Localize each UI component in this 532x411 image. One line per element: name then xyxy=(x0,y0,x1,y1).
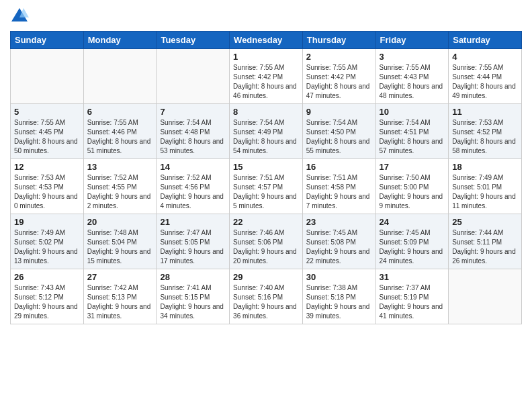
day-number: 17 xyxy=(380,162,445,172)
day-info: Sunrise: 7:52 AM Sunset: 4:56 PM Dayligh… xyxy=(160,173,226,211)
day-number: 13 xyxy=(87,162,153,172)
calendar-day-cell: 3Sunrise: 7:55 AM Sunset: 4:43 PM Daylig… xyxy=(375,49,449,104)
day-info: Sunrise: 7:44 AM Sunset: 5:11 PM Dayligh… xyxy=(452,228,518,266)
day-number: 11 xyxy=(452,107,518,117)
calendar-day-cell xyxy=(157,49,230,104)
calendar-day-cell: 13Sunrise: 7:52 AM Sunset: 4:55 PM Dayli… xyxy=(83,159,157,214)
calendar-day-cell: 8Sunrise: 7:54 AM Sunset: 4:49 PM Daylig… xyxy=(230,104,303,159)
day-number: 25 xyxy=(452,217,518,227)
day-number: 23 xyxy=(306,217,372,227)
day-number: 1 xyxy=(233,52,299,62)
calendar-day-cell: 29Sunrise: 7:40 AM Sunset: 5:16 PM Dayli… xyxy=(230,269,303,324)
calendar-day-cell: 23Sunrise: 7:45 AM Sunset: 5:08 PM Dayli… xyxy=(302,214,375,269)
calendar-header-row: SundayMondayTuesdayWednesdayThursdayFrid… xyxy=(11,32,522,49)
day-info: Sunrise: 7:48 AM Sunset: 5:04 PM Dayligh… xyxy=(87,228,153,266)
day-number: 6 xyxy=(87,107,153,117)
day-number: 21 xyxy=(160,217,226,227)
calendar-day-cell: 26Sunrise: 7:43 AM Sunset: 5:12 PM Dayli… xyxy=(11,269,84,324)
day-number: 29 xyxy=(233,272,299,282)
day-info: Sunrise: 7:54 AM Sunset: 4:50 PM Dayligh… xyxy=(306,118,372,156)
calendar-day-cell: 30Sunrise: 7:38 AM Sunset: 5:18 PM Dayli… xyxy=(302,269,375,324)
day-info: Sunrise: 7:49 AM Sunset: 5:02 PM Dayligh… xyxy=(14,228,80,266)
day-info: Sunrise: 7:45 AM Sunset: 5:09 PM Dayligh… xyxy=(380,228,445,266)
calendar-day-cell xyxy=(11,49,84,104)
calendar-day-cell: 19Sunrise: 7:49 AM Sunset: 5:02 PM Dayli… xyxy=(11,214,84,269)
day-info: Sunrise: 7:53 AM Sunset: 4:52 PM Dayligh… xyxy=(452,118,518,156)
day-number: 18 xyxy=(452,162,518,172)
calendar-week-row: 19Sunrise: 7:49 AM Sunset: 5:02 PM Dayli… xyxy=(11,214,522,269)
day-number: 15 xyxy=(233,162,299,172)
page-container: SundayMondayTuesdayWednesdayThursdayFrid… xyxy=(0,0,532,411)
calendar-day-cell: 4Sunrise: 7:55 AM Sunset: 4:44 PM Daylig… xyxy=(449,49,522,104)
day-number: 19 xyxy=(14,217,80,227)
calendar-week-row: 26Sunrise: 7:43 AM Sunset: 5:12 PM Dayli… xyxy=(11,269,522,324)
day-info: Sunrise: 7:43 AM Sunset: 5:12 PM Dayligh… xyxy=(14,283,80,321)
calendar-day-cell: 28Sunrise: 7:41 AM Sunset: 5:15 PM Dayli… xyxy=(157,269,230,324)
calendar-day-cell: 15Sunrise: 7:51 AM Sunset: 4:57 PM Dayli… xyxy=(230,159,303,214)
day-info: Sunrise: 7:55 AM Sunset: 4:43 PM Dayligh… xyxy=(380,63,445,101)
calendar-day-cell: 12Sunrise: 7:53 AM Sunset: 4:53 PM Dayli… xyxy=(11,159,84,214)
calendar-day-cell: 1Sunrise: 7:55 AM Sunset: 4:42 PM Daylig… xyxy=(230,49,303,104)
day-info: Sunrise: 7:51 AM Sunset: 4:57 PM Dayligh… xyxy=(233,173,299,211)
calendar-day-cell: 14Sunrise: 7:52 AM Sunset: 4:56 PM Dayli… xyxy=(157,159,230,214)
day-info: Sunrise: 7:55 AM Sunset: 4:42 PM Dayligh… xyxy=(306,63,372,101)
day-info: Sunrise: 7:55 AM Sunset: 4:44 PM Dayligh… xyxy=(452,63,518,101)
day-number: 22 xyxy=(233,217,299,227)
day-info: Sunrise: 7:53 AM Sunset: 4:53 PM Dayligh… xyxy=(14,173,80,211)
logo-icon xyxy=(10,7,29,26)
col-header-monday: Monday xyxy=(83,32,157,49)
day-info: Sunrise: 7:50 AM Sunset: 5:00 PM Dayligh… xyxy=(380,173,445,211)
day-info: Sunrise: 7:37 AM Sunset: 5:19 PM Dayligh… xyxy=(380,283,445,321)
calendar-week-row: 5Sunrise: 7:55 AM Sunset: 4:45 PM Daylig… xyxy=(11,104,522,159)
calendar-table: SundayMondayTuesdayWednesdayThursdayFrid… xyxy=(10,31,522,324)
logo xyxy=(10,7,32,26)
calendar-day-cell: 27Sunrise: 7:42 AM Sunset: 5:13 PM Dayli… xyxy=(83,269,157,324)
col-header-wednesday: Wednesday xyxy=(230,32,303,49)
calendar-day-cell: 24Sunrise: 7:45 AM Sunset: 5:09 PM Dayli… xyxy=(375,214,449,269)
calendar-day-cell: 5Sunrise: 7:55 AM Sunset: 4:45 PM Daylig… xyxy=(11,104,84,159)
col-header-sunday: Sunday xyxy=(11,32,84,49)
page-header xyxy=(10,7,522,26)
day-number: 14 xyxy=(160,162,226,172)
col-header-saturday: Saturday xyxy=(449,32,522,49)
calendar-day-cell: 2Sunrise: 7:55 AM Sunset: 4:42 PM Daylig… xyxy=(302,49,375,104)
day-number: 30 xyxy=(306,272,372,282)
day-info: Sunrise: 7:54 AM Sunset: 4:51 PM Dayligh… xyxy=(380,118,445,156)
calendar-week-row: 1Sunrise: 7:55 AM Sunset: 4:42 PM Daylig… xyxy=(11,49,522,104)
day-number: 4 xyxy=(452,52,518,62)
day-info: Sunrise: 7:42 AM Sunset: 5:13 PM Dayligh… xyxy=(87,283,153,321)
day-info: Sunrise: 7:47 AM Sunset: 5:05 PM Dayligh… xyxy=(160,228,226,266)
calendar-day-cell: 18Sunrise: 7:49 AM Sunset: 5:01 PM Dayli… xyxy=(449,159,522,214)
calendar-week-row: 12Sunrise: 7:53 AM Sunset: 4:53 PM Dayli… xyxy=(11,159,522,214)
day-number: 2 xyxy=(306,52,372,62)
day-info: Sunrise: 7:49 AM Sunset: 5:01 PM Dayligh… xyxy=(452,173,518,211)
day-info: Sunrise: 7:54 AM Sunset: 4:48 PM Dayligh… xyxy=(160,118,226,156)
calendar-day-cell: 10Sunrise: 7:54 AM Sunset: 4:51 PM Dayli… xyxy=(375,104,449,159)
day-info: Sunrise: 7:46 AM Sunset: 5:06 PM Dayligh… xyxy=(233,228,299,266)
calendar-day-cell xyxy=(449,269,522,324)
calendar-day-cell: 11Sunrise: 7:53 AM Sunset: 4:52 PM Dayli… xyxy=(449,104,522,159)
day-info: Sunrise: 7:51 AM Sunset: 4:58 PM Dayligh… xyxy=(306,173,372,211)
day-info: Sunrise: 7:54 AM Sunset: 4:49 PM Dayligh… xyxy=(233,118,299,156)
day-number: 9 xyxy=(306,107,372,117)
calendar-day-cell: 25Sunrise: 7:44 AM Sunset: 5:11 PM Dayli… xyxy=(449,214,522,269)
day-info: Sunrise: 7:55 AM Sunset: 4:42 PM Dayligh… xyxy=(233,63,299,101)
day-number: 16 xyxy=(306,162,372,172)
calendar-day-cell: 9Sunrise: 7:54 AM Sunset: 4:50 PM Daylig… xyxy=(302,104,375,159)
day-info: Sunrise: 7:45 AM Sunset: 5:08 PM Dayligh… xyxy=(306,228,372,266)
calendar-day-cell: 21Sunrise: 7:47 AM Sunset: 5:05 PM Dayli… xyxy=(157,214,230,269)
calendar-day-cell xyxy=(83,49,157,104)
day-number: 5 xyxy=(14,107,80,117)
day-number: 10 xyxy=(380,107,445,117)
day-info: Sunrise: 7:38 AM Sunset: 5:18 PM Dayligh… xyxy=(306,283,372,321)
day-number: 31 xyxy=(380,272,445,282)
day-number: 8 xyxy=(233,107,299,117)
day-number: 12 xyxy=(14,162,80,172)
calendar-day-cell: 16Sunrise: 7:51 AM Sunset: 4:58 PM Dayli… xyxy=(302,159,375,214)
calendar-day-cell: 6Sunrise: 7:55 AM Sunset: 4:46 PM Daylig… xyxy=(83,104,157,159)
day-number: 3 xyxy=(380,52,445,62)
day-number: 27 xyxy=(87,272,153,282)
calendar-day-cell: 7Sunrise: 7:54 AM Sunset: 4:48 PM Daylig… xyxy=(157,104,230,159)
day-info: Sunrise: 7:52 AM Sunset: 4:55 PM Dayligh… xyxy=(87,173,153,211)
col-header-tuesday: Tuesday xyxy=(157,32,230,49)
